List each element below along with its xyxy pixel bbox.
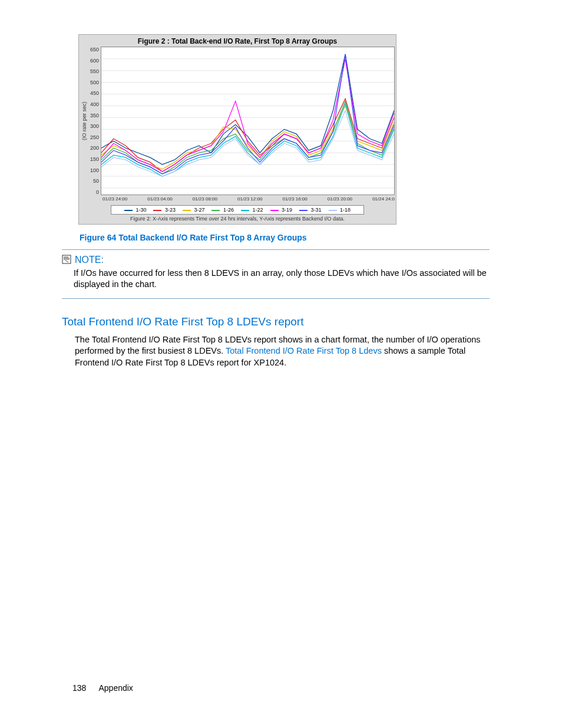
chart-footnote: Figure 2: X-Axis represents Time over 24… [80, 215, 395, 222]
chart-title: Figure 2 : Total Back-end I/O Rate, Firs… [80, 36, 395, 47]
note-icon [62, 255, 71, 265]
chart-y-ticks: 650600550500450400350300250200150100500 [88, 47, 101, 195]
figure-caption: Figure 64 Total Backend I/O Rate First T… [80, 233, 490, 242]
chart-legend: 1-30 3-23 3-27 1-26 1-22 3-19 3-31 1-18 [111, 205, 364, 215]
chart-ylabel: (IO rate per sec) [80, 47, 88, 195]
crossref-link[interactable]: Total Frontend I/O Rate First Top 8 Ldev… [226, 346, 382, 355]
page-footer: 138 Appendix [72, 683, 133, 693]
note-label: NOTE: [75, 255, 104, 265]
page-number: 138 [72, 683, 86, 693]
note-text: If I/Os have occurred for less then 8 LD… [74, 268, 490, 290]
footer-section: Appendix [98, 683, 133, 693]
chart-plot-area [101, 47, 395, 195]
chart-figure: Figure 2 : Total Back-end I/O Rate, Firs… [78, 34, 396, 225]
chart-x-ticks: 01/23 24:0001/23 04:0001/23 08:0001/23 1… [80, 195, 395, 203]
section-heading: Total Frontend I/O Rate First Top 8 LDEV… [62, 315, 490, 328]
note-block: NOTE: If I/Os have occurred for less the… [62, 249, 490, 299]
body-paragraph: The Total Frontend I/O Rate First Top 8 … [75, 334, 490, 369]
